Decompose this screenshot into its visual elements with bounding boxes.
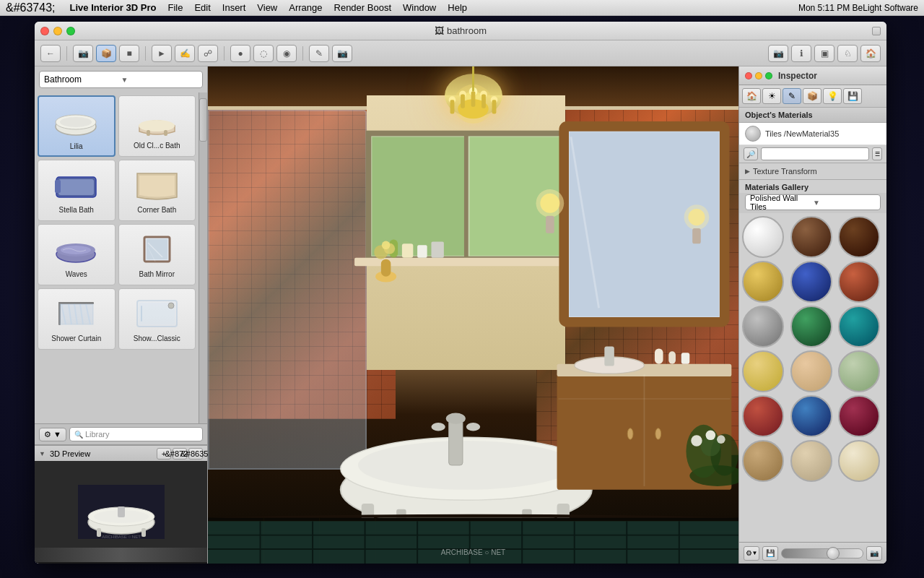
material-search-input[interactable]	[761, 147, 869, 160]
texture-transform-row[interactable]: ▶ Texture Transform	[739, 163, 886, 180]
toolbar-cursor[interactable]: ►	[152, 45, 172, 62]
toolbar-dot3[interactable]: ◉	[276, 45, 297, 62]
menu-help[interactable]: Help	[448, 2, 467, 13]
toolbar-back[interactable]: ←	[40, 45, 61, 62]
texture-expand-icon: ▶	[745, 168, 750, 175]
swatch-red-brown[interactable]	[838, 261, 880, 303]
item-stella[interactable]: Stella Bath	[38, 160, 116, 221]
toolbar-view3d[interactable]: ♘	[837, 45, 858, 62]
toolbar-objects[interactable]: 📦	[96, 45, 116, 62]
eyedropper-button[interactable]: 🔎	[744, 147, 758, 160]
swatch-gray[interactable]	[742, 306, 784, 348]
app-name[interactable]: Live Interior 3D Pro	[70, 2, 157, 13]
menu-window[interactable]: Window	[403, 2, 436, 13]
toolbar-materials[interactable]: ■	[119, 45, 139, 62]
item-lilia[interactable]: Lilia	[38, 95, 116, 157]
item-old-bath[interactable]: Old Cl...c Bath	[118, 95, 196, 157]
swatch-sage[interactable]	[838, 350, 880, 392]
menu-render[interactable]: Render Boost	[334, 2, 392, 13]
swatch-tan[interactable]	[742, 440, 784, 482]
menu-view[interactable]: View	[257, 2, 277, 13]
preview-collapse-icon[interactable]: ▼	[39, 450, 45, 457]
item-show-classic[interactable]: Show...Classic	[118, 288, 196, 350]
apple-menu[interactable]: &#63743;	[6, 1, 56, 14]
item-waves[interactable]: Waves	[38, 224, 116, 285]
svg-rect-7	[58, 179, 94, 195]
inspector-tab-home[interactable]: 🏠	[742, 88, 761, 104]
menu-file[interactable]: File	[167, 2, 183, 13]
swatch-blue-tile[interactable]	[790, 395, 832, 437]
texture-transform-label: Texture Transform	[753, 167, 817, 176]
inspector-slider-thumb[interactable]	[827, 547, 840, 560]
sidebar-scrollbar[interactable]	[199, 92, 207, 423]
toolbar-record[interactable]: 📷	[768, 45, 788, 62]
swatch-beige-tile[interactable]	[790, 440, 832, 482]
svg-text:ARCHIBASE ○ NET: ARCHIBASE ○ NET	[102, 535, 141, 539]
item-show-classic-icon	[131, 293, 182, 333]
material-list-icon[interactable]: ☰	[872, 147, 882, 160]
toolbar-hand[interactable]: ✍	[175, 45, 195, 62]
maximize-button[interactable]	[66, 27, 75, 35]
item-bath-mirror[interactable]: Bath Mirror	[118, 224, 196, 285]
scrollbar-thumb[interactable]	[199, 98, 207, 142]
gear-button[interactable]: ⚙ ▼	[39, 428, 66, 441]
inspector-tab-lamp[interactable]: 💡	[823, 88, 842, 104]
materials-gallery-dropdown[interactable]: Polished Wall Tiles ▼	[745, 194, 881, 210]
inspector-image-button[interactable]: 📷	[866, 546, 882, 561]
toolbar-home[interactable]: 🏠	[860, 45, 881, 62]
inspector-tab-material[interactable]: ✎	[783, 88, 801, 104]
items-grid: Lilia Old Cl...c Bath	[35, 92, 199, 423]
swatch-blue[interactable]	[790, 261, 832, 303]
menu-edit[interactable]: Edit	[194, 2, 210, 13]
toolbar-floor[interactable]: ▣	[814, 45, 834, 62]
inspector-slider[interactable]	[781, 548, 863, 558]
swatch-white[interactable]	[742, 216, 784, 258]
inspector-tab-object[interactable]: 📦	[803, 88, 821, 104]
swatch-red-tile[interactable]	[742, 395, 784, 437]
close-button[interactable]	[40, 27, 49, 35]
item-shower-curtain[interactable]: Shower Curtain	[38, 288, 116, 350]
inspector-settings-button[interactable]: ⚙ ▼	[744, 546, 759, 561]
swatch-dk-brown[interactable]	[838, 216, 880, 258]
preview-zoom-controls: + &#8722; &#8635;	[157, 448, 203, 460]
category-dropdown[interactable]: Bathroom ▼	[39, 71, 203, 88]
swatch-wine[interactable]	[838, 395, 880, 437]
inspector-close[interactable]	[745, 72, 752, 79]
swatch-cream[interactable]	[838, 440, 880, 482]
preview-panel: ▼ 3D Preview + &#8722; &#8635;	[35, 444, 207, 564]
inspector-maximize[interactable]	[765, 72, 772, 79]
material-item[interactable]: Tiles /NewMaterial35	[739, 123, 886, 145]
menu-insert[interactable]: Insert	[222, 2, 246, 13]
toolbar-library[interactable]: 📷	[73, 45, 93, 62]
inspector-tab-disk[interactable]: 💾	[843, 88, 862, 104]
window-buttons	[40, 27, 75, 35]
svg-rect-22	[141, 306, 142, 322]
menu-arrange[interactable]: Arrange	[289, 2, 322, 13]
swatch-brown[interactable]	[790, 216, 832, 258]
swatch-peach[interactable]	[790, 350, 832, 392]
swatch-teal[interactable]	[838, 306, 880, 348]
toolbar-dot1[interactable]: ●	[230, 45, 250, 62]
zoom-reset-button[interactable]: &#8635;	[188, 448, 203, 460]
category-value: Bathroom	[44, 74, 121, 85]
gear-icon: ⚙	[44, 430, 51, 439]
swatch-green[interactable]	[790, 306, 832, 348]
inspector-minimize[interactable]	[755, 72, 762, 79]
item-stella-label: Stella Bath	[59, 206, 94, 215]
materials-gallery-header: Materials Gallery	[739, 180, 886, 193]
item-shower-curtain-label: Shower Curtain	[51, 335, 101, 343]
swatch-gold[interactable]	[742, 261, 784, 303]
toolbar-dot2[interactable]: ◌	[253, 45, 274, 62]
title-controls[interactable]	[872, 27, 881, 35]
toolbar-align[interactable]: ☍	[198, 45, 218, 62]
toolbar-info[interactable]: ℹ	[791, 45, 811, 62]
inspector-tab-light[interactable]: ☀	[762, 88, 781, 104]
toolbar-camera[interactable]: 📷	[332, 45, 352, 62]
library-search[interactable]: 🔍 Library	[69, 427, 203, 441]
minimize-button[interactable]	[53, 27, 62, 35]
inspector-export-button[interactable]: 💾	[762, 546, 778, 561]
toolbar-draw[interactable]: ✎	[309, 45, 329, 62]
library-placeholder: Library	[85, 430, 110, 439]
item-corner-bath[interactable]: Corner Bath	[118, 160, 196, 221]
swatch-yellow[interactable]	[742, 350, 784, 392]
